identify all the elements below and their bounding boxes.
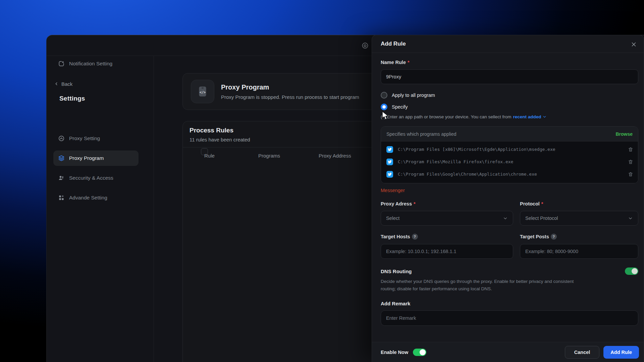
sidebar-item-label: Advande Setting xyxy=(69,195,107,201)
program-row: C:\Program Files\Mozilla Firefox\firefox… xyxy=(381,156,638,168)
sidebar-item-proxy-setting[interactable]: Proxy Setting xyxy=(53,131,139,146)
proxy-address-select[interactable]: Select xyxy=(381,211,513,226)
notification-icon xyxy=(58,60,65,67)
program-path: C:\Program Files\Mozilla Firefox\firefox… xyxy=(398,159,623,164)
process-rules-count: 11 rules have been created xyxy=(190,137,250,142)
layers-icon xyxy=(58,155,65,162)
cancel-button[interactable]: Cancel xyxy=(565,346,600,359)
radio-apply-all[interactable]: Apply to all program xyxy=(381,91,638,99)
target-posts-input[interactable] xyxy=(520,244,638,259)
column-header-proxy-address: Proxy Address xyxy=(319,153,351,159)
target-hosts-label: Target Hosts xyxy=(381,234,410,239)
twitter-icon[interactable] xyxy=(386,171,393,178)
enable-now-label: Enable Now xyxy=(381,350,408,355)
sidebar-item-security-access[interactable]: Seccurity & Access xyxy=(53,170,139,186)
trash-icon[interactable] xyxy=(628,159,633,165)
radio-specify-label: Specify xyxy=(392,104,408,110)
back-label: Back xyxy=(61,81,72,87)
add-remark-label: Add Remark xyxy=(381,301,638,306)
chevron-down-icon xyxy=(628,216,633,221)
name-rule-input[interactable] xyxy=(381,69,638,84)
target-posts-label: Target Posts xyxy=(520,234,549,239)
sidebar-item-proxy-program[interactable]: Proxy Program xyxy=(53,150,139,166)
trash-icon[interactable] xyxy=(628,172,633,177)
proxy-program-app-icon: </> xyxy=(191,80,214,103)
sidebar-item-advande-setting[interactable]: Advande Setting xyxy=(53,190,139,205)
required-asterisk: * xyxy=(408,60,410,65)
twitter-icon[interactable] xyxy=(386,159,393,165)
page-title: Settings xyxy=(59,95,85,102)
name-rule-label: Name Rule xyxy=(381,60,406,65)
program-card-title: Proxy Program xyxy=(221,83,359,91)
help-icon[interactable]: ? xyxy=(412,234,418,240)
recent-added-link[interactable]: recent added xyxy=(513,114,546,119)
gear-icon xyxy=(361,42,369,50)
dns-routing-toggle[interactable] xyxy=(625,267,638,275)
column-header-programs: Programs xyxy=(258,153,280,159)
close-icon xyxy=(631,42,637,47)
messenger-error-text: Messenger xyxy=(381,188,638,193)
radio-unselected-icon[interactable] xyxy=(381,92,387,99)
program-path: C:\Program Files [x86]\Microsoft\Egde\Ap… xyxy=(398,147,623,152)
trash-icon[interactable] xyxy=(628,147,633,152)
browse-button[interactable]: Browse xyxy=(615,131,633,137)
settings-gear-button[interactable] xyxy=(361,41,369,50)
sidebar-item-label: Seccurity & Access xyxy=(69,175,113,181)
programs-list: C:\Program Files [x86]\Microsoft\Egde\Ap… xyxy=(381,141,638,183)
sidebar-item-label: Proxy Program xyxy=(69,155,104,161)
radio-selected-icon[interactable] xyxy=(381,104,387,110)
chevron-down-icon xyxy=(542,115,547,119)
twitter-icon[interactable] xyxy=(386,146,393,153)
programs-placeholder: Specifies which programs applied xyxy=(386,131,615,137)
close-button[interactable] xyxy=(629,40,638,49)
sidebar-item-notification-setting[interactable]: Notification Setting xyxy=(53,56,139,71)
sidebar-item-label: Notification Setting xyxy=(69,61,112,67)
help-icon[interactable]: ? xyxy=(551,234,557,240)
proxy-address-label: Proxy Adress xyxy=(381,201,412,206)
dns-routing-label: DNS Routing xyxy=(381,268,412,274)
chevron-left-icon xyxy=(54,81,59,86)
add-rule-button[interactable]: Add Rule xyxy=(603,346,639,359)
column-header-rule: Rule xyxy=(204,153,215,159)
app-path-hint: (*) Enter an app path or browse your dev… xyxy=(381,114,511,119)
sidebar-item-label: Proxy Setting xyxy=(69,135,100,141)
enable-now-toggle[interactable] xyxy=(413,349,426,356)
drawer-body: Name Rule * Apply to all program Specify… xyxy=(372,53,644,342)
programs-box: Specifies which programs applied Browse … xyxy=(381,126,638,183)
drawer-header: Add Rule xyxy=(372,35,644,53)
radio-specify[interactable]: Specify xyxy=(381,103,638,111)
settings-sidebar: Back Settings Proxy Setting Proxy Progra… xyxy=(47,56,154,362)
drawer-footer: Enable Now Cancel Add Rule xyxy=(372,342,644,362)
required-asterisk: * xyxy=(414,201,416,206)
protocol-select[interactable]: Select Protocol xyxy=(520,211,638,226)
add-rule-drawer: Add Rule Name Rule * Apply to all progra… xyxy=(372,35,644,362)
desktop-background: Back Settings Proxy Setting Proxy Progra… xyxy=(0,0,644,362)
grid-plus-icon xyxy=(58,194,65,201)
program-row: C:\Program Files [x86]\Microsoft\Egde\Ap… xyxy=(381,143,638,156)
dns-routing-description: Decide whether your DNS queries go throu… xyxy=(381,278,576,293)
radio-apply-all-label: Apply to all program xyxy=(392,93,435,98)
back-button[interactable]: Back xyxy=(54,80,72,87)
proxy-setting-icon xyxy=(58,135,65,142)
program-row: C:\Program Files\Google\Chrome\Applicati… xyxy=(381,168,638,180)
users-key-icon xyxy=(58,175,65,181)
program-path: C:\Program Files\Google\Chrome\Applicati… xyxy=(398,172,623,177)
svg-text:</>: </> xyxy=(200,90,206,94)
target-hosts-input[interactable] xyxy=(381,244,513,259)
process-rules-title: Process Rules xyxy=(190,127,233,134)
remark-input[interactable] xyxy=(381,310,638,326)
drawer-title: Add Rule xyxy=(381,41,406,47)
required-asterisk: * xyxy=(541,201,543,206)
protocol-label: Protocol xyxy=(520,201,540,206)
program-status-text: Proxy Program is stopped. Press run proc… xyxy=(221,94,359,100)
chevron-down-icon xyxy=(503,216,508,221)
